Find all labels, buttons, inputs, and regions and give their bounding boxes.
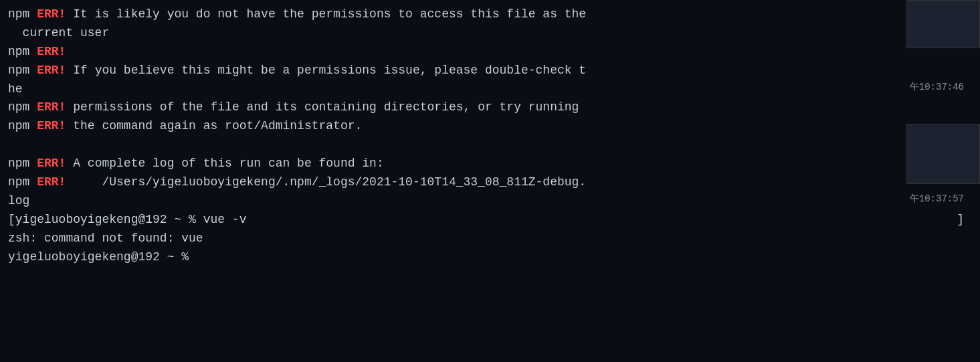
terminal-prompt-line: [yigeluoboyigekeng@192 ~ % vue -v] [8, 211, 972, 230]
terminal-line: log 午10:37:57 [8, 192, 972, 211]
terminal-line: he 午10:37:46 [8, 80, 972, 99]
terminal-line: npm ERR! the command again as root/Admin… [8, 117, 972, 136]
terminal-line: npm ERR! /Users/yigeluoboyigekeng/.npm/_… [8, 173, 972, 192]
prompt-bracket-open: [ [8, 211, 15, 230]
terminal-line: npm ERR! A complete log of this run can … [8, 155, 972, 173]
prompt-user: yigeluoboyigekeng@192 ~ % vue -v [15, 211, 247, 230]
terminal-window[interactable]: npm ERR! It is likely you do not have th… [0, 0, 980, 362]
overlay-box-2 [906, 124, 980, 184]
timestamp: 午10:37:57 [910, 192, 964, 207]
timestamp: 午10:37:46 [910, 80, 964, 95]
prompt-bracket-close: ] [957, 211, 964, 230]
terminal-empty-line [8, 136, 972, 155]
terminal-line: yigeluoboyigekeng@192 ~ % [8, 248, 972, 267]
terminal-line: npm ERR! If you believe this might be a … [8, 62, 972, 80]
terminal-line: npm ERR! permissions of the file and its… [8, 98, 972, 117]
overlay-box-1 [906, 0, 980, 48]
terminal-line: zsh: command not found: vue [8, 230, 972, 248]
terminal-line: current user [8, 24, 972, 43]
terminal-line: npm ERR! [8, 43, 972, 62]
terminal-line: npm ERR! It is likely you do not have th… [8, 5, 972, 24]
